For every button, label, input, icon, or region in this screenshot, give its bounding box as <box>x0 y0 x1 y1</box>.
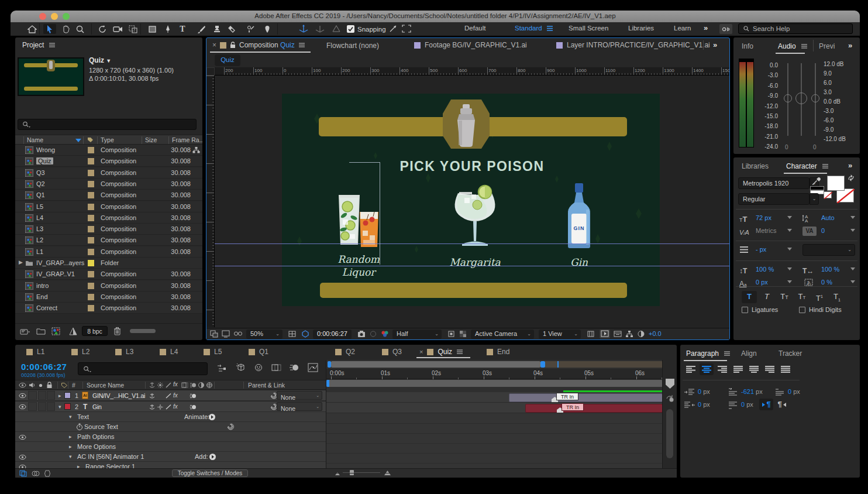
quality-switch-icon[interactable] <box>165 404 172 410</box>
space-before-value[interactable]: -621 px <box>741 388 763 395</box>
frame-blend-icon[interactable] <box>271 363 282 372</box>
layer2-bar[interactable] <box>525 404 663 413</box>
audio-cell[interactable] <box>28 402 37 411</box>
label-color-swatch[interactable] <box>88 170 94 176</box>
switch-frameblend-icon[interactable] <box>181 382 188 389</box>
switch-motionblur-icon[interactable] <box>190 382 197 389</box>
label-color-swatch[interactable] <box>88 294 94 300</box>
hand-tool[interactable] <box>60 24 73 34</box>
switch-fx-icon[interactable]: fx <box>173 381 178 387</box>
label-color-swatch[interactable] <box>88 147 94 153</box>
eye-icon[interactable] <box>19 454 26 460</box>
timeline-timecode[interactable]: 0:00:06:2700208 (30.008 fps) <box>21 362 67 378</box>
leading-caret[interactable] <box>850 216 855 219</box>
guide-line-1[interactable] <box>215 243 729 244</box>
info-tab[interactable]: Info <box>742 42 753 50</box>
label-color-swatch[interactable] <box>88 305 94 311</box>
leading-value[interactable]: Auto <box>821 214 835 221</box>
grid-icon[interactable] <box>288 330 297 338</box>
audio-column-icon[interactable] <box>29 382 36 388</box>
timeline-tab-quiz[interactable]: ×Quiz <box>419 348 463 356</box>
switch-collapse-icon[interactable] <box>157 382 164 389</box>
layer-row-2[interactable]: ▾2TGinfxNone⌄ <box>15 402 326 412</box>
project-row-correct[interactable]: CorrectComposition30.008 <box>15 303 202 314</box>
solo-cell[interactable] <box>38 391 46 400</box>
switch-quality-icon[interactable] <box>165 382 172 389</box>
layer-name[interactable]: Gin <box>92 403 102 410</box>
lock-cell[interactable] <box>47 391 55 400</box>
quality-switch-icon[interactable] <box>165 393 172 399</box>
expander-icon[interactable]: ▸ <box>58 393 61 399</box>
project-row-l5[interactable]: L5Composition30.008 <box>15 201 202 212</box>
ligatures-checkbox[interactable]: Ligatures <box>742 306 778 313</box>
panel-menu-icon[interactable] <box>49 42 56 48</box>
color-depth-icon[interactable] <box>69 327 77 335</box>
slider-knob[interactable] <box>811 94 819 102</box>
align-left-button[interactable] <box>684 363 698 375</box>
home-icon[interactable] <box>26 24 39 34</box>
work-area-start-handle[interactable] <box>326 380 329 387</box>
timeline-tab-l4[interactable]: L4 <box>160 348 178 356</box>
monitor-icon[interactable] <box>222 330 230 338</box>
layer1-bar[interactable] <box>509 393 663 402</box>
pen-tool[interactable] <box>161 24 174 34</box>
workspace-default[interactable]: Default <box>464 25 485 32</box>
switch-anchor-icon[interactable] <box>149 382 156 389</box>
flowchart-icon[interactable] <box>625 330 633 338</box>
workspace-settings-icon[interactable] <box>719 24 732 34</box>
project-row-iv-grap-ayers[interactable]: ▶IV_GRAP...ayersFolder <box>15 258 202 269</box>
solo-cell[interactable] <box>38 402 46 411</box>
style-faux-italic-button[interactable]: T <box>759 291 774 303</box>
toggle-switches-button[interactable]: Toggle Switches / Modes <box>172 469 248 477</box>
style-superscript-button[interactable]: T1 <box>812 291 827 303</box>
expander-icon[interactable]: ▾ <box>58 404 61 410</box>
view-axis-icon[interactable] <box>331 24 343 34</box>
label-color-swatch[interactable] <box>88 249 94 255</box>
source-name-column[interactable]: Source Name <box>87 382 124 389</box>
audio-cell[interactable] <box>28 391 37 400</box>
style-all-caps-button[interactable]: TT <box>777 291 792 303</box>
help-search-box[interactable]: Search Help <box>738 23 853 34</box>
eraser-tool[interactable] <box>225 24 238 34</box>
workspace-small-screen[interactable]: Small Screen <box>569 25 608 32</box>
stamp-tool[interactable] <box>211 24 223 34</box>
timecode-value[interactable]: 0:00:06:27 <box>21 362 67 372</box>
tsume-value[interactable]: 0 % <box>821 279 832 286</box>
horizontal-scale-value[interactable]: 100 % <box>821 266 839 273</box>
first-line-indent-value[interactable]: 0 px <box>788 388 800 395</box>
font-size-value[interactable]: 72 px <box>756 214 771 221</box>
audio-tab[interactable]: Audio <box>778 42 808 50</box>
lock-cell[interactable] <box>47 402 55 411</box>
prop-row-more-options[interactable]: ▸More Options <box>15 442 326 452</box>
workspace-overflow-icon[interactable]: » <box>704 23 713 33</box>
puppet-pin-tool[interactable] <box>261 24 274 34</box>
pixel-aspect-icon[interactable] <box>587 330 595 338</box>
region-icon[interactable] <box>447 330 456 338</box>
parent-link-column[interactable]: Parent & Link <box>248 382 285 389</box>
left-indent-value[interactable]: 0 px <box>698 388 710 395</box>
comp-timecode[interactable]: 0:00:06:27 <box>313 330 352 339</box>
brush-tool[interactable] <box>195 24 208 34</box>
graph-editor-icon[interactable] <box>308 363 318 372</box>
swap-colors-icon[interactable] <box>847 174 855 181</box>
flowchart-tab[interactable]: Flowchart (none) <box>326 42 379 50</box>
stroke-width-value[interactable]: - px <box>756 246 766 253</box>
roi-icon[interactable] <box>301 330 309 338</box>
transfer-icon[interactable] <box>666 394 674 403</box>
reset-exposure-icon[interactable] <box>637 330 645 338</box>
align-right-button[interactable] <box>715 363 729 375</box>
font-style-caret[interactable]: ⌄ <box>810 193 819 205</box>
parent-select[interactable]: None⌄ <box>277 391 322 400</box>
comp-mini-flowchart-icon[interactable] <box>216 364 227 373</box>
fill-color-swatch[interactable] <box>827 176 845 191</box>
timeline-tab-l1[interactable]: L1 <box>26 348 44 356</box>
font-size-caret[interactable] <box>787 216 792 219</box>
ltr-button[interactable]: ¶ <box>759 399 773 410</box>
new-folder-icon[interactable] <box>36 328 46 335</box>
project-row-wrong[interactable]: WrongComposition30.008 <box>15 145 202 156</box>
vscroll-shield-thumb[interactable] <box>666 379 674 389</box>
expander-icon[interactable]: ▶ <box>19 259 23 265</box>
solo-column-icon[interactable] <box>38 383 44 388</box>
panel-menu-icon[interactable] <box>456 349 463 355</box>
project-row-iv-grap-v1[interactable]: IV_GRAP..V1Composition30.008 <box>15 269 202 280</box>
